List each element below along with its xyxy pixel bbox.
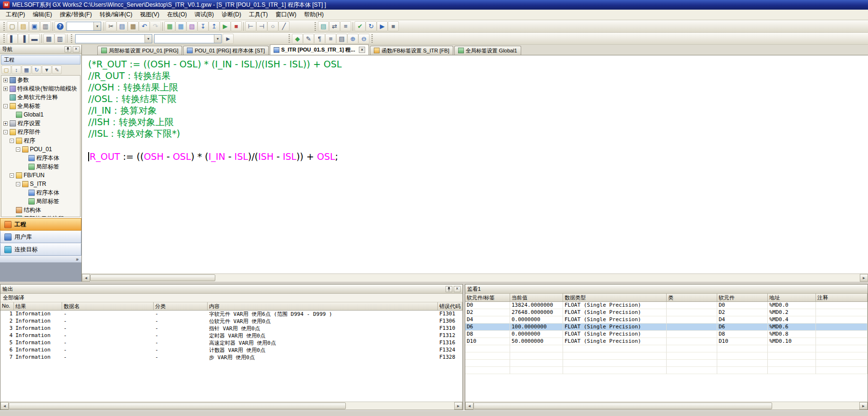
menu-item[interactable]: 搜索/替换(F) (56, 9, 96, 20)
collapse-icon[interactable]: - (10, 173, 14, 178)
watch-scroll-thumb[interactable] (473, 403, 772, 409)
pin-icon[interactable] (65, 46, 71, 52)
branch-line-button[interactable]: ╱ (278, 21, 289, 31)
scroll-right-icon[interactable]: ► (860, 274, 868, 282)
menu-item[interactable]: 转换/编译(C) (96, 9, 136, 20)
statement-display-button[interactable]: ≡ (325, 34, 336, 44)
tree-item[interactable]: +特殊模块(智能功能模块 (1, 84, 80, 93)
navigation-window-button[interactable]: ▌ (7, 34, 18, 44)
toolbar-grip[interactable] (3, 22, 5, 31)
output-row[interactable]: 5Information--高速定时器 VAR用 使用0点F1316 (0, 339, 462, 347)
collapse-icon[interactable]: - (16, 182, 20, 186)
menu-item[interactable]: 视图(V) (136, 9, 163, 20)
navigation-chevron-button[interactable]: » (0, 256, 81, 262)
tree-item[interactable]: 程序本体 (1, 154, 80, 162)
cross-reference-button[interactable]: ⇄ (329, 21, 340, 31)
monitor-mode-button[interactable]: ◆ (292, 34, 303, 44)
tree-item[interactable]: -程序 (1, 136, 80, 145)
close-icon[interactable]: × (73, 46, 79, 52)
document-tab[interactable]: 全局标签设置 Global1 (454, 46, 521, 55)
watch-row[interactable]: D1050.0000000FLOAT (Single Precision)D10… (465, 338, 868, 345)
toolbar-grip[interactable] (3, 34, 5, 43)
open-project-button[interactable]: ▤ (18, 21, 29, 31)
tree-item[interactable]: -FB/FUN (1, 171, 80, 180)
scroll-right-icon[interactable]: ► (859, 402, 868, 410)
collapse-icon[interactable]: - (3, 130, 8, 134)
cut-button[interactable]: ✂ (105, 21, 117, 31)
expand-icon[interactable]: + (3, 87, 8, 91)
collapse-icon[interactable]: - (16, 147, 20, 152)
paste-button[interactable]: ▦ (128, 21, 139, 31)
tree-item[interactable]: +参数 (1, 76, 80, 84)
label-setting-button[interactable]: ▤ (318, 21, 329, 31)
display-mode-button[interactable]: ▦ (22, 65, 31, 74)
device-search-combo[interactable]: ▼ (75, 34, 152, 43)
write-to-plc-button[interactable]: ↧ (197, 21, 209, 31)
document-tab[interactable]: POU_01 [PRG] 程序本体 [ST] (183, 46, 268, 55)
rebuild-all-button[interactable]: ↻ (366, 21, 377, 31)
watch-row[interactable]: D6100.0000000FLOAT (Single Precision)D6%… (465, 324, 868, 331)
print-button[interactable]: ▥ (40, 21, 51, 31)
copy-button[interactable]: ▤ (117, 21, 128, 31)
output-row[interactable]: 3Information--指针 VAR用 使用0点F1310 (0, 325, 462, 332)
menu-item[interactable]: 诊断(D) (218, 9, 245, 20)
document-tab[interactable]: S_ITR [POU_01.S_ITR_1] 程...× (270, 44, 369, 55)
ladder-symbol-open-button[interactable]: ⊢ (245, 21, 256, 31)
dropdown-arrow-icon[interactable]: ▼ (214, 35, 221, 43)
watch-empty-row[interactable] (465, 360, 868, 367)
help-button[interactable]: ? (54, 21, 66, 31)
output-scroll-thumb[interactable] (9, 403, 346, 409)
docking-layout-button[interactable]: ▦ (43, 34, 54, 44)
watch-empty-row[interactable] (465, 367, 868, 374)
close-icon[interactable]: × (454, 286, 460, 292)
zoom-in-button[interactable]: ⊕ (347, 34, 358, 44)
tree-item[interactable]: 全局软元件注释 (1, 93, 80, 102)
watch-row[interactable]: D227648.0000000FLOAT (Single Precision)D… (465, 309, 868, 316)
device-display-button[interactable]: ▤ (336, 34, 347, 44)
watch-row[interactable]: D40.0000000FLOAT (Single Precision)D4%MD… (465, 316, 868, 324)
scroll-right-icon[interactable]: ► (454, 402, 462, 410)
verify-button[interactable]: ▧ (186, 21, 197, 31)
workspace-button-userlib[interactable]: 用户库 (0, 231, 81, 243)
watch-scroll-track[interactable] (473, 402, 859, 410)
editor-scroll-thumb[interactable] (90, 274, 215, 281)
tree-item[interactable]: -全局标签 (1, 102, 80, 110)
menu-item[interactable]: 窗口(W) (272, 9, 300, 20)
zoom-out-button[interactable]: ⊖ (358, 34, 369, 44)
output-row[interactable]: 7Information--步 VAR用 使用0点F1328 (0, 354, 462, 361)
toolbar-grip[interactable] (371, 34, 373, 43)
output-row[interactable]: 1Information--字软元件 VAR用 使用6点 (范围 D994 - … (0, 311, 462, 318)
monitor-start-button[interactable]: ▶ (220, 21, 231, 31)
comment-display-button[interactable]: ¶ (314, 34, 325, 44)
expand-icon[interactable]: + (3, 121, 8, 126)
watch-row[interactable]: D013824.0000000FLOAT (Single Precision)D… (465, 302, 868, 309)
write-mode-button[interactable]: ✎ (303, 34, 314, 44)
output-row[interactable]: 6Information--计数器 VAR用 使用0点F1324 (0, 347, 462, 354)
watch-empty-row[interactable] (465, 352, 868, 360)
device-memory-button[interactable]: ▦ (175, 21, 186, 31)
coil-button[interactable]: ○ (267, 21, 278, 31)
document-tab[interactable]: 局部标签设置 POU_01 [PRG] (97, 46, 182, 55)
dropdown-arrow-icon[interactable]: ▼ (93, 22, 101, 30)
filter-button[interactable]: ▼ (42, 65, 52, 74)
tree-item[interactable]: 程序本体 (1, 188, 80, 197)
editor-hscrollbar[interactable]: ◄ ► (82, 273, 868, 282)
st-editor[interactable]: (*R_OUT := ((OSH - OSL) * (I_IN - ISL)/(… (82, 55, 868, 273)
watch-hscrollbar[interactable]: ◄ ► (465, 402, 868, 410)
new-project-button[interactable]: ▢ (7, 21, 18, 31)
output-row[interactable]: 2Information--位软元件 VAR用 使用0点F1306 (0, 318, 462, 325)
undo-button[interactable]: ↶ (139, 21, 150, 31)
watch-window-button[interactable]: ▥ (54, 34, 66, 44)
new-data-button[interactable]: ▢ (1, 65, 11, 74)
tree-item[interactable]: Global1 (1, 110, 80, 119)
monitor-stop-button[interactable]: ■ (231, 21, 242, 31)
tree-item[interactable]: 局部标签 (1, 197, 80, 206)
toolbar-grip[interactable] (289, 34, 290, 43)
menu-item[interactable]: 调试(B) (191, 9, 218, 20)
simulation-start-button[interactable]: ▶ (377, 21, 388, 31)
device-comment-button[interactable]: ▦ (164, 21, 175, 31)
instruction-search-combo[interactable]: ▼ (154, 34, 222, 43)
window-select-combo[interactable]: ▼ (66, 22, 101, 31)
toolbar-grip[interactable] (315, 22, 316, 31)
search-button[interactable]: ► (223, 34, 234, 44)
